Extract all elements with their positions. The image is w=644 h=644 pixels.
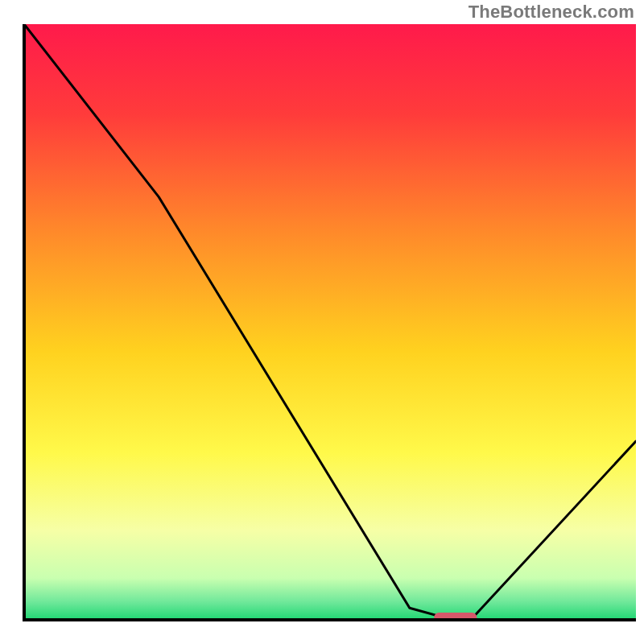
watermark-text: TheBottleneck.com [469,2,634,23]
gradient-background [24,24,636,620]
chart-container: TheBottleneck.com [0,0,644,644]
optimal-marker [434,613,477,623]
bottleneck-chart [0,0,644,644]
